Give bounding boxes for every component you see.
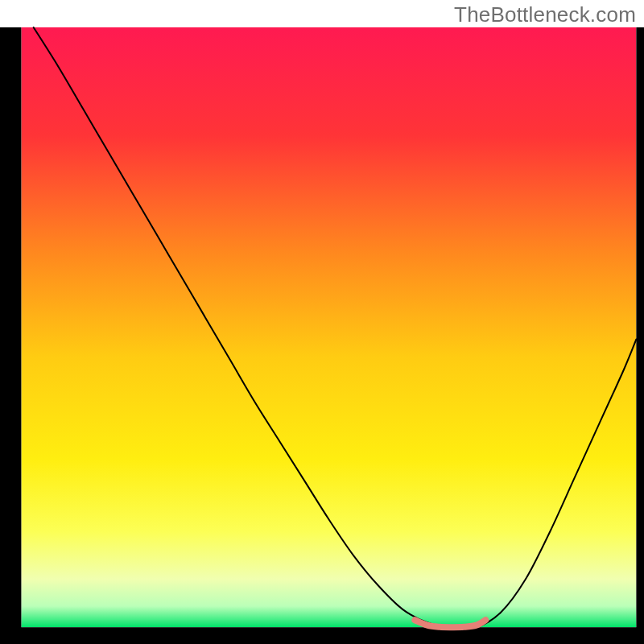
plot-background <box>21 27 636 627</box>
frame-left <box>0 27 21 644</box>
watermark-text: TheBottleneck.com <box>454 2 636 27</box>
chart-container: TheBottleneck.com <box>0 0 644 644</box>
frame-bottom <box>0 627 644 644</box>
frame-right <box>636 27 644 644</box>
bottleneck-chart <box>0 0 644 644</box>
